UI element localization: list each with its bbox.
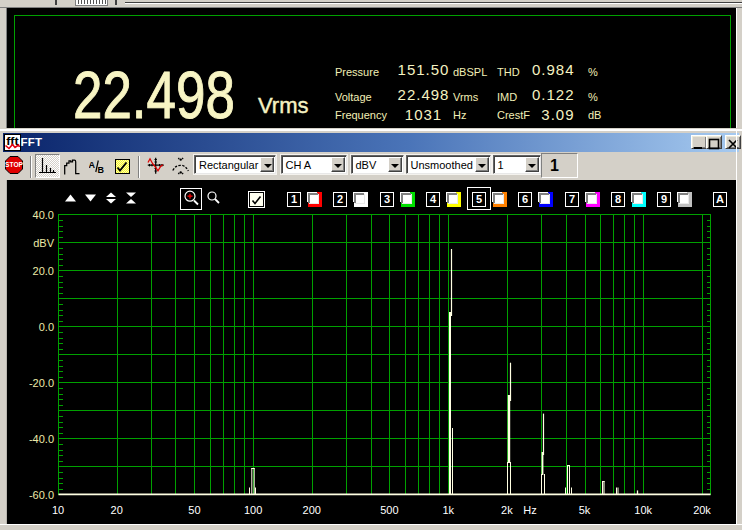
svg-text:dBV: dBV xyxy=(33,237,54,249)
svg-text:20: 20 xyxy=(111,504,123,516)
svg-text:40.0: 40.0 xyxy=(33,209,54,221)
svg-text:50: 50 xyxy=(188,504,200,516)
svg-text:500: 500 xyxy=(380,504,398,516)
svg-text:20k: 20k xyxy=(693,504,711,516)
svg-text:20.0: 20.0 xyxy=(33,265,54,277)
svg-text:-60.0: -60.0 xyxy=(29,489,54,501)
svg-text:5k: 5k xyxy=(579,504,591,516)
svg-text:1k: 1k xyxy=(442,504,454,516)
svg-text:10k: 10k xyxy=(634,504,652,516)
svg-text:10: 10 xyxy=(52,504,64,516)
svg-text:Hz: Hz xyxy=(523,504,536,516)
svg-text:0.0: 0.0 xyxy=(39,321,54,333)
svg-text:200: 200 xyxy=(303,504,321,516)
svg-text:100: 100 xyxy=(244,504,262,516)
svg-text:2k: 2k xyxy=(501,504,513,516)
svg-text:-20.0: -20.0 xyxy=(29,377,54,389)
svg-text:-40.0: -40.0 xyxy=(29,433,54,445)
